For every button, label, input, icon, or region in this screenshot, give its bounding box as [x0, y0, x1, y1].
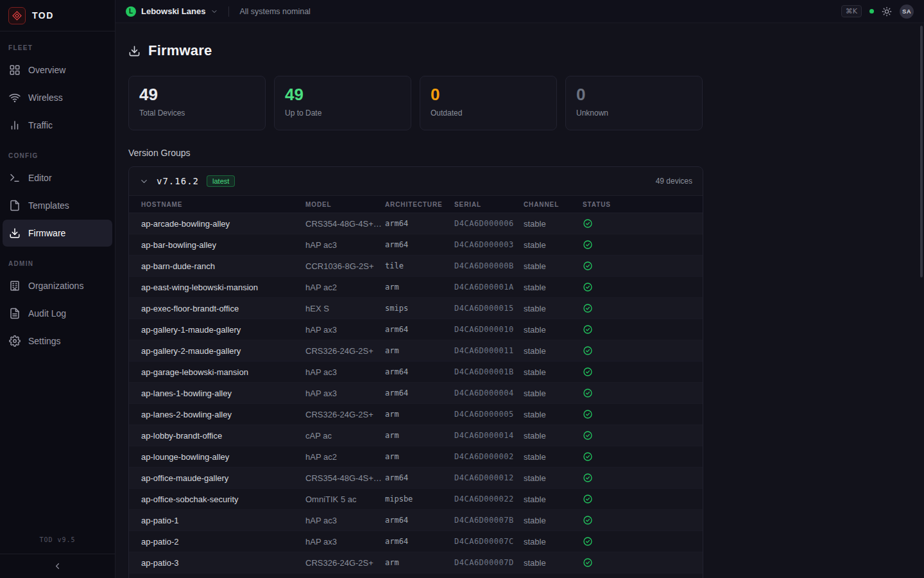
device-channel: stable: [524, 240, 583, 250]
sidebar-spacer: [0, 355, 115, 536]
wifi-icon: [9, 92, 21, 103]
main-content: Firmware 49 Total Devices 49 Up to Date …: [116, 23, 924, 578]
device-hostname: ap-office-maude-gallery: [141, 473, 305, 483]
check-circle-icon: [583, 240, 703, 250]
device-channel: stable: [524, 537, 583, 547]
version-group-header[interactable]: v7.16.2 latest 49 devices: [129, 167, 703, 195]
device-hostname: ap-east-wing-lebowski-mansion: [141, 283, 305, 292]
chevron-down-icon: [139, 177, 149, 186]
device-row[interactable]: ap-gallery-2-maude-galleryCRS326-24G-2S+…: [129, 340, 703, 362]
device-architecture: smips: [385, 304, 454, 313]
org-switcher[interactable]: L Lebowski Lanes: [126, 6, 218, 17]
device-row[interactable]: ap-lanes-1-bowling-alleyhAP ax3arm64D4CA…: [129, 383, 703, 404]
device-architecture: arm: [385, 431, 454, 440]
app-logo[interactable]: TOD: [0, 0, 115, 31]
device-model: hAP ax3: [305, 389, 385, 398]
stat-label: Up to Date: [285, 109, 400, 118]
device-channel: stable: [524, 558, 583, 568]
check-circle-icon: [583, 388, 703, 398]
table-header: HOSTNAMEMODELARCHITECTURESERIALCHANNELST…: [129, 195, 703, 213]
sidebar-nav: FLEETOverviewWirelessTrafficCONFIGEditor…: [0, 31, 115, 355]
org-name: Lebowski Lanes: [141, 6, 205, 16]
scrollbar[interactable]: [920, 26, 923, 277]
device-serial: D4CA6D00007B: [454, 516, 524, 525]
sidebar-item-overview[interactable]: Overview: [3, 57, 112, 83]
sun-icon[interactable]: [882, 6, 892, 17]
device-model: cAP ac: [305, 431, 385, 441]
device-serial: D4CA6D00007C: [454, 537, 524, 546]
sidebar-item-settings[interactable]: Settings: [3, 328, 112, 355]
device-serial: D4CA6D000004: [454, 389, 524, 398]
sidebar-item-label: Overview: [28, 65, 65, 75]
device-channel: stable: [524, 389, 583, 398]
device-serial: D4CA6D000011: [454, 346, 524, 355]
device-row[interactable]: ap-bar-bowling-alleyhAP ac3arm64D4CA6D00…: [129, 234, 703, 256]
chevron-left-icon: [53, 561, 62, 571]
sidebar-item-audit-log[interactable]: Audit Log: [3, 300, 112, 327]
device-row[interactable]: ap-lobby-brandt-officecAP acarmD4CA6D000…: [129, 425, 703, 446]
device-row[interactable]: ap-patio-2hAP ax3arm64D4CA6D00007Cstable: [129, 531, 703, 552]
user-avatar[interactable]: SA: [900, 4, 914, 19]
sidebar-collapse-button[interactable]: [0, 554, 115, 578]
version-group-panel: v7.16.2 latest 49 devices HOSTNAMEMODELA…: [128, 166, 703, 578]
device-model: CRS354-48G-4S+…: [305, 473, 385, 483]
system-status-text: All systems nominal: [239, 7, 310, 16]
device-architecture: arm: [385, 410, 454, 419]
sidebar-item-traffic[interactable]: Traffic: [3, 112, 112, 139]
device-model: hAP ac3: [305, 367, 385, 377]
device-model: CRS326-24G-2S+: [305, 346, 385, 356]
sidebar-item-firmware[interactable]: Firmware: [3, 220, 112, 247]
device-row[interactable]: ap-gallery-1-maude-galleryhAP ax3arm64D4…: [129, 319, 703, 340]
device-hostname: ap-patio-3: [141, 558, 305, 568]
device-channel: stable: [524, 452, 583, 462]
device-row[interactable]: ap-lanes-2-bowling-alleyCRS326-24G-2S+ar…: [129, 404, 703, 425]
gear-icon: [9, 335, 21, 347]
device-model: hAP ac2: [305, 452, 385, 462]
check-circle-icon: [583, 451, 703, 462]
sidebar-item-wireless[interactable]: Wireless: [3, 84, 112, 111]
device-row[interactable]: ap-arcade-bowling-alleyCRS354-48G-4S+…ar…: [129, 213, 703, 234]
device-architecture: arm64: [385, 240, 454, 249]
device-channel: stable: [524, 283, 583, 292]
sidebar-item-organizations[interactable]: Organizations: [3, 272, 112, 299]
device-serial: D4CA6D000022: [454, 495, 524, 504]
check-circle-icon: [583, 515, 703, 525]
device-row[interactable]: ap-garage-lebowski-mansionhAP ac3arm64D4…: [129, 362, 703, 383]
device-architecture: arm64: [385, 367, 454, 376]
column-header-status: STATUS: [583, 201, 703, 208]
check-circle-icon: [583, 430, 703, 441]
check-circle-icon: [583, 367, 703, 377]
device-row[interactable]: ap-patio-1hAP ac3arm64D4CA6D00007Bstable: [129, 510, 703, 531]
sidebar-item-templates[interactable]: Templates: [3, 192, 112, 219]
device-row[interactable]: ap-lounge-bowling-alleyhAP ac2armD4CA6D0…: [129, 446, 703, 468]
device-hostname: ap-gallery-1-maude-gallery: [141, 325, 305, 335]
device-row[interactable]: ap-east-wing-lebowski-mansionhAP ac2armD…: [129, 277, 703, 298]
device-model: hAP ax3: [305, 325, 385, 335]
command-palette-shortcut[interactable]: ⌘K: [841, 5, 862, 17]
device-serial: D4CA6D00001A: [454, 283, 524, 292]
grid-icon: [9, 64, 21, 76]
device-row[interactable]: ap-office-sobchak-securityOmniTIK 5 acmi…: [129, 489, 703, 510]
status-dot: [869, 9, 874, 13]
device-row[interactable]: ap-patio-4CRS354-48G-4S+…arm64D4CA6D0000…: [129, 574, 703, 578]
device-row[interactable]: ap-patio-3CRS326-24G-2S+armD4CA6D00007Ds…: [129, 552, 703, 574]
device-hostname: ap-office-sobchak-security: [141, 495, 305, 504]
app-version-label: TOD v9.5: [0, 536, 115, 554]
main-column: L Lebowski Lanes All systems nominal ⌘K …: [116, 0, 924, 578]
device-row[interactable]: ap-office-maude-galleryCRS354-48G-4S+…ar…: [129, 468, 703, 489]
device-row[interactable]: ap-exec-floor-brandt-officehEX SsmipsD4C…: [129, 298, 703, 319]
check-circle-icon: [583, 218, 703, 229]
device-row[interactable]: ap-barn-dude-ranchCCR1036-8G-2S+tileD4CA…: [129, 256, 703, 277]
sidebar-section-label-config: CONFIG: [0, 139, 115, 164]
building-icon: [9, 280, 21, 292]
sidebar-item-label: Firmware: [28, 228, 65, 238]
device-serial: D4CA6D000014: [454, 431, 524, 440]
check-circle-icon: [583, 303, 703, 313]
sidebar-item-label: Audit Log: [28, 308, 66, 319]
table-body: ap-arcade-bowling-alleyCRS354-48G-4S+…ar…: [129, 213, 703, 578]
version-label: v7.16.2: [157, 176, 199, 186]
sidebar-item-editor[interactable]: Editor: [3, 164, 112, 191]
check-circle-icon: [583, 557, 703, 568]
sidebar-item-label: Settings: [28, 336, 61, 346]
check-circle-icon: [583, 261, 703, 271]
